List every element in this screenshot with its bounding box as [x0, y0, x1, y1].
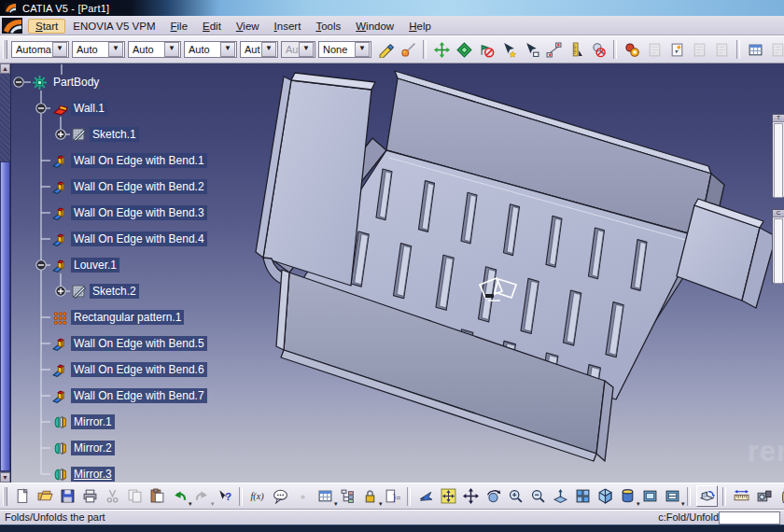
whats-this-icon[interactable]: ?	[215, 486, 234, 506]
design-table-icon[interactable]	[315, 486, 335, 506]
view-mode-combo-7[interactable]: None▼	[318, 41, 371, 58]
tree-item-mirror-3[interactable]: Mirror.3	[52, 466, 115, 483]
chevron-down-icon[interactable]: ▼	[220, 42, 235, 57]
edge-panel-body	[774, 123, 783, 198]
collapse-node-icon[interactable]	[36, 260, 46, 270]
toolbar-handle[interactable]	[3, 487, 7, 506]
lock-icon[interactable]	[360, 486, 380, 506]
view-mode-combo-4[interactable]: Auto▼	[184, 41, 237, 58]
search-off-icon[interactable]	[589, 40, 609, 60]
pick-square-icon[interactable]	[522, 40, 541, 60]
scroll-down-icon[interactable]: ▼	[0, 472, 10, 483]
tree-item-louver-1[interactable]: Louver.1	[52, 257, 119, 273]
new-document-icon[interactable]	[13, 486, 33, 506]
open-icon[interactable]	[35, 486, 55, 506]
command-input[interactable]	[719, 511, 780, 525]
paste-icon[interactable]	[147, 486, 167, 506]
normal-view-icon[interactable]	[551, 486, 570, 506]
chevron-down-icon[interactable]: ▼	[261, 42, 276, 57]
rotate-icon[interactable]	[483, 486, 503, 506]
collapse-node-icon[interactable]	[36, 104, 46, 113]
sheetmetal-part[interactable]	[256, 71, 775, 483]
combo-value: Automa	[12, 44, 52, 55]
move-compass-icon[interactable]	[432, 40, 452, 60]
tree-item-mirror-2[interactable]: Mirror.2	[52, 440, 115, 456]
undo-icon[interactable]	[170, 486, 189, 506]
constraints-off-icon[interactable]	[477, 40, 497, 60]
expand-node-icon[interactable]	[56, 287, 65, 296]
tree-item-rectangular-pattern-1[interactable]: Rectangular pattern.1	[52, 309, 184, 326]
fly-mode-icon[interactable]	[416, 486, 436, 506]
measure-between-icon[interactable]	[732, 486, 751, 506]
view-mode-combo-1[interactable]: Automa▼	[11, 41, 69, 58]
snap-target-icon[interactable]	[455, 40, 474, 60]
fold-unfold-icon[interactable]	[696, 485, 718, 507]
render-style-icon[interactable]	[618, 486, 637, 506]
measure-ruler-icon[interactable]	[567, 40, 586, 60]
edge-panel-1[interactable]: T	[772, 114, 784, 198]
toolbar-separator	[239, 487, 243, 506]
menu-insert[interactable]: Insert	[267, 19, 309, 34]
material-wand-icon[interactable]	[399, 40, 418, 60]
tree-item-sketch-1[interactable]: Sketch.1	[71, 126, 139, 143]
tree-item-partbody[interactable]: PartBody	[32, 74, 102, 91]
wizard-sheet-icon[interactable]	[667, 40, 687, 60]
page-view-icon[interactable]	[640, 486, 660, 506]
format-brush-icon[interactable]	[376, 40, 396, 60]
menu-help[interactable]: Help	[401, 19, 439, 34]
tree-item-wall-on-edge-with-bend-3[interactable]: Wall On Edge with Bend.3	[52, 204, 207, 221]
chevron-down-icon[interactable]: ▼	[52, 42, 67, 57]
tree-scrollbar[interactable]: ▲ ▼	[0, 63, 11, 483]
chevron-down-icon[interactable]: ▼	[164, 42, 179, 57]
design-table-icon[interactable]	[746, 40, 765, 60]
page-view2-icon[interactable]	[663, 486, 682, 506]
collapse-node-icon[interactable]	[14, 77, 23, 87]
menu-file[interactable]: File	[163, 19, 196, 34]
tree-item-wall-on-edge-with-bend-4[interactable]: Wall On Edge with Bend.4	[52, 231, 207, 247]
smart-pick-icon[interactable]	[499, 40, 519, 60]
menu-start[interactable]: Start	[28, 19, 65, 34]
tree-item-wall-on-edge-with-bend-2[interactable]: Wall On Edge with Bend.2	[52, 178, 207, 195]
zoom-out-icon[interactable]	[528, 486, 548, 506]
menu-view[interactable]: View	[229, 19, 267, 34]
multi-view-icon[interactable]	[573, 486, 593, 506]
iso-view-icon[interactable]	[595, 486, 615, 506]
wall-on-edge-icon	[52, 153, 68, 169]
view-mode-combo-5[interactable]: Aut▼	[240, 41, 278, 58]
view-mode-combo-3[interactable]: Auto▼	[128, 41, 181, 58]
tree-item-wall-on-edge-with-bend-7[interactable]: Wall On Edge with Bend.7	[52, 387, 207, 404]
tree-item-wall-on-edge-with-bend-1[interactable]: Wall On Edge with Bend.1	[52, 152, 207, 169]
chevron-down-icon[interactable]: ▼	[355, 42, 370, 57]
viewport-3d[interactable]: ▲ ▼ PartBodyWall.1Sketch.1Wall On Edge w…	[0, 63, 784, 483]
formula-icon[interactable]: f(x)	[248, 486, 268, 506]
chevron-down-icon[interactable]: ▼	[108, 42, 123, 57]
structure-icon[interactable]	[338, 486, 357, 506]
tree-item-mirror-1[interactable]: Mirror.1	[52, 413, 115, 430]
chain-dimension-icon[interactable]	[544, 40, 564, 60]
menu-tools[interactable]: Tools	[308, 19, 348, 34]
zoom-in-icon[interactable]	[506, 486, 525, 506]
scroll-up-icon[interactable]: ▲	[0, 63, 10, 74]
menu-edit[interactable]: Edit	[195, 19, 229, 34]
expand-node-icon[interactable]	[56, 130, 65, 139]
material-icon[interactable]	[777, 486, 784, 506]
parameters-icon[interactable]: }=	[383, 486, 402, 506]
tree-item-label: Mirror.2	[71, 441, 115, 455]
fit-all-icon[interactable]	[439, 486, 458, 506]
view-mode-combo-2[interactable]: Auto▼	[72, 41, 125, 58]
tree-item-wall-on-edge-with-bend-5[interactable]: Wall On Edge with Bend.5	[52, 335, 207, 352]
scrollbar-thumb[interactable]	[0, 161, 10, 471]
tree-item-wall-1[interactable]: Wall.1	[52, 100, 107, 117]
menu-enovia-v5-vpm[interactable]: ENOVIA V5 VPM	[65, 19, 162, 34]
edge-panel-2[interactable]: C	[772, 209, 784, 284]
pan-icon[interactable]	[461, 486, 481, 506]
print-icon[interactable]	[80, 486, 100, 506]
comment-icon[interactable]	[271, 486, 290, 506]
save-icon[interactable]	[58, 486, 77, 506]
capture-icon[interactable]	[754, 486, 774, 506]
tree-item-wall-on-edge-with-bend-6[interactable]: Wall On Edge with Bend.6	[52, 361, 207, 378]
tree-item-sketch-2[interactable]: Sketch.2	[71, 283, 139, 300]
knowledge-gear-icon[interactable]	[623, 40, 642, 60]
menu-window[interactable]: Window	[348, 19, 401, 34]
toolbar-handle[interactable]	[3, 40, 7, 59]
